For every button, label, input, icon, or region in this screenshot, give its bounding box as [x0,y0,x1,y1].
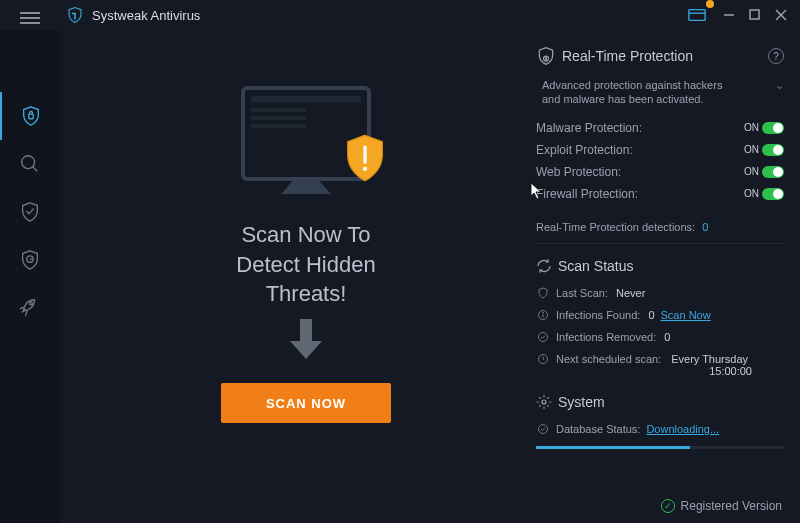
rocket-icon [19,297,41,319]
headline: Scan Now To Detect Hidden Threats! [236,220,375,309]
sidebar-item-scan[interactable] [0,140,60,188]
toggle-state: ON [744,188,759,199]
scan-now-button[interactable]: SCAN NOW [221,383,391,423]
refresh-icon [536,258,552,274]
toggle-state: ON [744,122,759,133]
minimize-button[interactable] [716,4,742,26]
sidebar-item-privacy[interactable] [0,236,60,284]
monitor-illustration [241,86,371,181]
svg-point-23 [539,332,548,341]
center-panel: Scan Now To Detect Hidden Threats! SCAN … [76,46,536,515]
toggle-state: ON [744,166,759,177]
shield-lock-icon [20,105,42,127]
svg-line-11 [33,167,38,172]
scan-status-header: Scan Status [536,258,784,274]
db-progress-bar [536,446,784,449]
svg-point-13 [30,302,33,305]
shield-info-icon: i [536,46,556,66]
rtp-help-button[interactable]: ? [768,48,784,64]
shield-small-icon [537,287,549,299]
sidebar-item-home-shield[interactable] [0,92,60,140]
close-button[interactable] [768,4,794,26]
clock-icon [537,353,549,365]
toggle-switch-malware[interactable] [762,122,784,134]
rtp-title: Real-Time Protection [562,48,693,64]
svg-point-26 [539,424,548,433]
rtp-adv-line1: Advanced protection against hackers [542,78,722,92]
svg-rect-3 [750,10,759,19]
notification-button[interactable] [684,4,710,26]
shield-check-icon [19,201,41,223]
headline-line1: Scan Now To [236,220,375,250]
toggle-switch-firewall[interactable] [762,188,784,200]
alert-shield-icon [343,133,387,183]
rtp-toggle-web: Web Protection: ON [536,161,784,183]
rtp-toggle-exploit: Exploit Protection: ON [536,139,784,161]
right-panel: i Real-Time Protection ? Advanced protec… [536,46,784,515]
toggle-state: ON [744,144,759,155]
svg-rect-0 [689,10,705,21]
svg-point-10 [22,156,35,169]
stat-infections-found: Infections Found: 0 Scan Now [536,304,784,326]
toggle-label: Firewall Protection: [536,187,638,201]
maximize-button[interactable] [742,4,768,26]
toggle-label: Web Protection: [536,165,621,179]
app-title: Systweak Antivirus [92,8,200,23]
gear-icon [536,394,552,410]
shield-e-icon [19,249,41,271]
svg-point-15 [363,167,367,171]
sidebar-item-menu[interactable] [0,0,60,36]
search-icon [19,153,41,175]
rtp-toggle-firewall: Firewall Protection: ON [536,183,784,205]
headline-line3: Threats! [236,279,375,309]
svg-rect-9 [29,114,34,119]
svg-point-22 [543,312,544,313]
check-circle-icon [537,331,549,343]
shield-logo-icon [66,6,84,24]
arrow-down-icon [288,319,324,365]
system-header: System [536,394,784,410]
stat-next-scan: Next scheduled scan: Every Thursday 15:0… [536,348,784,382]
sidebar [0,30,60,523]
app-logo: Systweak Antivirus [66,6,200,24]
maximize-icon [749,9,761,21]
close-icon [775,9,787,21]
stat-db-status: Database Status: Downloading... [536,418,784,440]
svg-point-25 [542,400,546,404]
info-icon [537,309,549,321]
svg-text:i: i [546,56,547,61]
rtp-detections: Real-Time Protection detections: 0 [536,215,784,244]
detections-value: 0 [702,221,708,233]
scan-status-title: Scan Status [558,258,634,274]
titlebar: Systweak Antivirus [0,0,800,30]
headline-line2: Detect Hidden [236,250,375,280]
toggle-switch-web[interactable] [762,166,784,178]
rtp-toggle-malware: Malware Protection: ON [536,117,784,139]
footer-registered: ✓ Registered Version [661,499,782,513]
toggle-label: Exploit Protection: [536,143,633,157]
svg-marker-17 [290,341,322,359]
rtp-header: i Real-Time Protection ? [536,46,784,66]
chevron-down-icon: ⌄ [775,78,784,107]
rtp-adv-line2: and malware has been activated. [542,92,722,106]
minimize-icon [723,9,735,21]
detections-label: Real-Time Protection detections: [536,221,695,233]
hamburger-icon [20,11,40,25]
rtp-advanced-toggle[interactable]: Advanced protection against hackers and … [542,78,784,107]
toggle-label: Malware Protection: [536,121,642,135]
toggle-switch-exploit[interactable] [762,144,784,156]
card-icon [688,8,706,22]
sidebar-item-boost[interactable] [0,284,60,332]
svg-rect-16 [300,319,312,341]
stat-infections-removed: Infections Removed: 0 [536,326,784,348]
check-circle-icon [537,423,549,435]
registered-label: Registered Version [681,499,782,513]
stat-last-scan: Last Scan: Never [536,282,784,304]
db-status-link[interactable]: Downloading... [646,423,719,435]
system-title: System [558,394,605,410]
check-icon: ✓ [661,499,675,513]
sidebar-item-protection[interactable] [0,188,60,236]
scan-now-link[interactable]: Scan Now [661,309,711,321]
